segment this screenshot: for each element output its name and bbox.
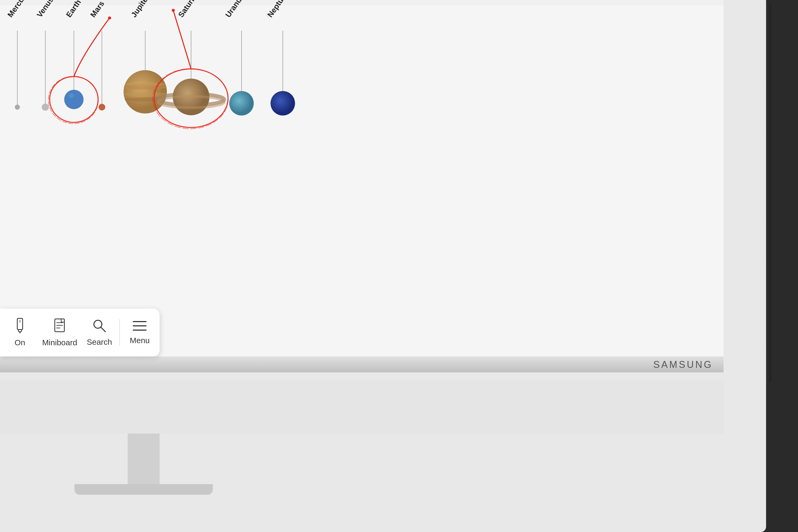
earth-label: Earth	[64, 0, 82, 19]
svg-point-17	[124, 97, 166, 101]
toolbar-item-search[interactable]: Search	[79, 308, 119, 357]
mercury-label: Mercury	[6, 0, 30, 19]
outer-background: Mercury Venus Earth Mars Jupiter Saturn …	[0, 0, 798, 532]
svg-point-18	[125, 82, 166, 86]
svg-point-15	[124, 84, 167, 90]
stand-neck	[128, 434, 159, 487]
svg-point-21	[158, 96, 224, 108]
svg-point-20	[173, 78, 209, 115]
jupiter-label: Jupiter	[129, 0, 151, 19]
svg-point-13	[99, 104, 105, 110]
svg-point-26	[108, 17, 111, 19]
svg-line-39	[101, 327, 105, 332]
samsung-brand: SAMSUNG	[653, 359, 713, 370]
toolbar-item-menu[interactable]: Menu	[120, 308, 160, 357]
svg-point-23	[270, 91, 295, 115]
pen-icon	[13, 318, 27, 336]
monitor-body: USB ←→ EXTERNAL bUSB ←→	[0, 380, 723, 434]
uranus-label: Uranus	[224, 0, 246, 19]
screen-bottom-bezel	[0, 357, 723, 373]
svg-rect-31	[18, 329, 22, 332]
svg-point-19	[158, 94, 224, 105]
svg-marker-32	[19, 332, 21, 334]
toolbar-on-label: On	[15, 338, 25, 347]
svg-point-14	[124, 70, 167, 114]
toolbar-search-label: Search	[87, 338, 112, 347]
svg-point-22	[229, 91, 254, 115]
toolbar-item-miniboard[interactable]: Miniboard	[40, 308, 80, 357]
toolbar-menu-label: Menu	[130, 336, 150, 345]
toolbar-item-on[interactable]: On	[0, 308, 40, 357]
saturn-label: Saturn	[176, 0, 197, 19]
svg-point-11	[64, 90, 83, 109]
svg-point-16	[124, 92, 167, 97]
svg-point-25	[49, 76, 98, 124]
screen: Mercury Venus Earth Mars Jupiter Saturn …	[0, 0, 723, 367]
stand-base	[75, 484, 213, 495]
toolbar-miniboard-label: Miniboard	[42, 338, 77, 347]
svg-point-9	[15, 104, 20, 110]
search-icon	[92, 318, 107, 336]
document-icon	[53, 318, 66, 336]
menu-icon	[132, 320, 147, 334]
monitor-frame: Mercury Venus Earth Mars Jupiter Saturn …	[0, 0, 766, 532]
svg-point-29	[172, 9, 175, 12]
mars-label: Mars	[89, 0, 106, 19]
svg-point-27	[154, 69, 228, 128]
svg-point-10	[42, 103, 49, 111]
neptune-label: Neptune	[266, 0, 290, 19]
svg-point-28	[153, 69, 228, 129]
svg-point-24	[50, 77, 98, 122]
svg-point-12	[69, 93, 74, 98]
venus-label: Venus	[35, 0, 55, 19]
toolbar: On Miniboard	[0, 308, 159, 357]
